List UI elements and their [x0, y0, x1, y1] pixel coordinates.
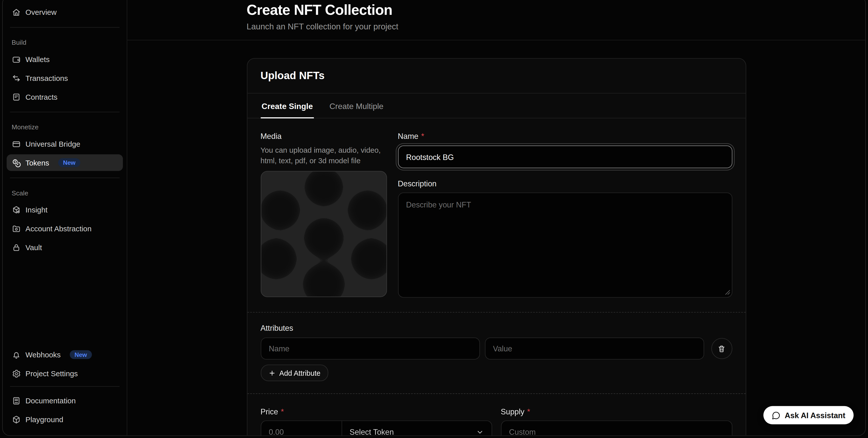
details-column: Name* Description	[398, 132, 732, 298]
home-icon	[11, 7, 21, 17]
delete-attribute-button[interactable]	[711, 338, 732, 359]
sidebar-section-label-monetize: Monetize	[6, 123, 123, 131]
supply-input[interactable]	[501, 420, 732, 435]
price-field: Price* Select Token	[260, 407, 492, 435]
card-title: Upload NFTs	[260, 70, 732, 82]
add-attribute-button[interactable]: Add Attribute	[260, 365, 328, 381]
price-supply-section: Price* Select Token Supply*	[247, 394, 746, 435]
required-asterisk: *	[281, 407, 284, 416]
attributes-label: Attributes	[260, 324, 732, 333]
trash-icon	[717, 344, 726, 352]
new-badge: New	[58, 158, 81, 167]
chat-bubble-icon	[772, 411, 780, 420]
divider	[10, 177, 120, 178]
description-label: Description	[398, 179, 732, 188]
plus-icon	[268, 369, 275, 376]
bell-icon	[11, 350, 21, 359]
sidebar-item-label: Wallets	[25, 55, 50, 63]
cube-icon	[11, 415, 21, 424]
lock-icon	[11, 243, 21, 252]
token-select-dropdown[interactable]: Select Token	[342, 421, 491, 435]
sidebar-item-webhooks[interactable]: Webhooks New	[6, 346, 123, 363]
tab-bar: Create Single Create Multiple	[247, 94, 746, 118]
sidebar-item-documentation[interactable]: Documentation	[6, 392, 123, 409]
divider	[10, 112, 120, 112]
sidebar-item-label: Overview	[25, 8, 57, 16]
chevron-down-icon	[476, 428, 484, 436]
supply-label: Supply*	[501, 407, 732, 416]
new-badge: New	[70, 350, 92, 359]
sidebar-item-label: Contracts	[25, 93, 57, 101]
sidebar-item-transactions[interactable]: Transactions	[6, 70, 123, 87]
sidebar-item-label: Tokens	[25, 159, 49, 167]
media-blob-artwork	[261, 172, 387, 297]
page-subtitle: Launch an NFT collection for your projec…	[247, 22, 746, 31]
sidebar-item-vault[interactable]: Vault	[6, 239, 123, 256]
main-content: Create NFT Collection Launch an NFT coll…	[127, 0, 865, 436]
credit-card-icon	[11, 139, 21, 148]
gear-icon	[11, 369, 21, 378]
sidebar-item-project-settings[interactable]: Project Settings	[6, 365, 123, 382]
ask-ai-assistant-button[interactable]: Ask AI Assistant	[763, 406, 854, 425]
media-column: Media You can upload image, audio, video…	[260, 132, 386, 298]
folder-dot-icon	[11, 224, 21, 233]
add-attribute-label: Add Attribute	[279, 369, 320, 377]
nft-name-input[interactable]	[398, 145, 732, 168]
price-label: Price*	[260, 407, 492, 416]
divider	[10, 386, 120, 387]
attribute-value-input[interactable]	[485, 338, 704, 360]
page-title: Create NFT Collection	[247, 2, 746, 19]
sidebar-item-label: Playground	[25, 415, 63, 424]
card-header: Upload NFTs	[247, 59, 746, 94]
sidebar-item-label: Vault	[25, 243, 42, 251]
sidebar-item-overview[interactable]: Overview	[6, 4, 123, 20]
attribute-row	[260, 338, 732, 360]
name-label: Name*	[398, 132, 732, 140]
ask-ai-assistant-label: Ask AI Assistant	[785, 411, 845, 420]
sidebar-item-label: Account Abstraction	[25, 224, 91, 233]
attribute-name-input[interactable]	[260, 338, 479, 360]
package-icon	[11, 205, 21, 214]
media-hint: You can upload image, audio, video, html…	[260, 145, 386, 166]
sidebar-item-label: Insight	[25, 205, 48, 214]
tab-create-multiple[interactable]: Create Multiple	[329, 94, 385, 118]
sidebar-bottom-group: Webhooks New Project Settings Documentat…	[6, 346, 123, 430]
media-and-details-section: Media You can upload image, audio, video…	[247, 118, 746, 312]
sidebar-item-universal-bridge[interactable]: Universal Bridge	[6, 136, 123, 152]
sidebar-section-label-scale: Scale	[6, 189, 123, 197]
media-upload-preview[interactable]	[260, 171, 386, 297]
sidebar-item-label: Universal Bridge	[25, 140, 80, 148]
sidebar-item-insight[interactable]: Insight	[6, 201, 123, 218]
price-input-group: Select Token	[260, 420, 492, 435]
media-label: Media	[260, 132, 386, 140]
sidebar-item-label: Project Settings	[25, 369, 78, 377]
upload-nfts-card: Upload NFTs Create Single Create Multipl…	[247, 58, 746, 435]
page-header: Create NFT Collection Launch an NFT coll…	[127, 0, 865, 40]
nft-description-textarea[interactable]	[398, 193, 732, 298]
sidebar-item-label: Webhooks	[25, 350, 61, 359]
book-icon	[11, 396, 21, 405]
sidebar: Overview Build Wallets Transactions Cont…	[3, 0, 127, 436]
contract-icon	[11, 92, 21, 101]
sidebar-item-tokens[interactable]: Tokens New	[6, 155, 123, 171]
app-frame: Overview Build Wallets Transactions Cont…	[2, 0, 866, 436]
required-asterisk: *	[421, 132, 424, 140]
sidebar-section-label-build: Build	[6, 39, 123, 46]
sidebar-item-playground[interactable]: Playground	[6, 411, 123, 428]
divider	[10, 27, 120, 28]
wallet-icon	[11, 55, 21, 64]
sidebar-item-label: Transactions	[25, 74, 68, 82]
price-amount-input[interactable]	[261, 421, 342, 435]
tab-create-single[interactable]: Create Single	[260, 94, 314, 118]
sidebar-item-contracts[interactable]: Contracts	[6, 89, 123, 105]
supply-field: Supply*	[501, 407, 732, 435]
sidebar-item-account-abstraction[interactable]: Account Abstraction	[6, 220, 123, 237]
token-select-value: Select Token	[349, 428, 394, 436]
sidebar-item-label: Documentation	[25, 396, 75, 405]
resize-grip-icon[interactable]	[724, 289, 730, 295]
required-asterisk: *	[527, 407, 530, 416]
sidebar-item-wallets[interactable]: Wallets	[6, 51, 123, 68]
coins-icon	[11, 158, 21, 167]
screenshot-viewport: Overview Build Wallets Transactions Cont…	[0, 0, 868, 438]
arrows-left-right-icon	[11, 73, 21, 82]
